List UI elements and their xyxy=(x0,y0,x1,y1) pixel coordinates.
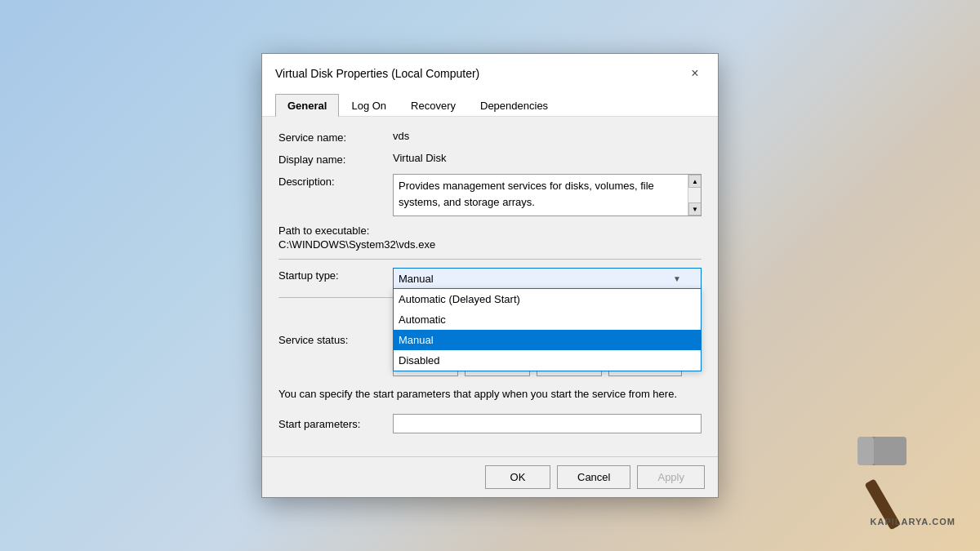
dialog-content: Service name: vds Display name: Virtual … xyxy=(262,117,718,456)
path-label: Path to executable: xyxy=(278,224,702,237)
path-value: C:\WINDOWS\System32\vds.exe xyxy=(278,238,702,251)
service-name-value: vds xyxy=(393,130,409,142)
dialog-footer: OK Cancel Apply xyxy=(262,456,718,497)
apply-button[interactable]: Apply xyxy=(637,465,705,489)
tab-general[interactable]: General xyxy=(275,94,339,117)
chevron-down-icon: ▼ xyxy=(673,274,681,283)
description-label: Description: xyxy=(278,174,393,188)
description-row: Description: Provides management service… xyxy=(278,174,702,216)
dropdown-selected[interactable]: Manual ▼ xyxy=(393,268,702,289)
display-name-label: Display name: xyxy=(278,152,393,166)
ok-button[interactable]: OK xyxy=(485,465,550,489)
svg-rect-2 xyxy=(858,437,874,465)
tabs-row: General Log On Recovery Dependencies xyxy=(275,93,705,116)
dropdown-item-automatic-delayed[interactable]: Automatic (Delayed Start) xyxy=(394,289,701,309)
start-params-row: Start parameters: xyxy=(278,414,702,433)
scroll-up-arrow[interactable]: ▲ xyxy=(688,175,702,188)
description-text: Provides management services for disks, … xyxy=(399,178,681,210)
tab-recovery[interactable]: Recovery xyxy=(399,94,468,117)
startup-type-label: Startup type: xyxy=(278,268,393,282)
close-button[interactable]: × xyxy=(685,64,705,83)
tab-dependencies[interactable]: Dependencies xyxy=(468,94,560,117)
start-params-input[interactable] xyxy=(393,414,702,433)
dropdown-item-disabled[interactable]: Disabled xyxy=(394,350,701,371)
start-params-label: Start parameters: xyxy=(278,416,393,430)
service-status-label: Service status: xyxy=(278,332,393,346)
dialog-title: Virtual Disk Properties (Local Computer) xyxy=(275,67,479,80)
service-name-label: Service name: xyxy=(278,130,393,144)
dialog-window: Virtual Disk Properties (Local Computer)… xyxy=(261,53,719,498)
scroll-down-arrow[interactable]: ▼ xyxy=(688,202,702,216)
display-name-row: Display name: Virtual Disk xyxy=(278,152,702,166)
dropdown-list: Automatic (Delayed Start) Automatic Manu… xyxy=(393,288,702,371)
description-scrollbar[interactable]: ▲ ▼ xyxy=(688,175,701,216)
divider-1 xyxy=(278,259,702,260)
display-name-value: Virtual Disk xyxy=(393,152,447,164)
startup-type-dropdown[interactable]: Manual ▼ Automatic (Delayed Start) Autom… xyxy=(393,268,702,289)
tab-logon[interactable]: Log On xyxy=(339,94,399,117)
dropdown-item-manual[interactable]: Manual xyxy=(394,330,701,350)
description-box: Provides management services for disks, … xyxy=(393,174,702,216)
startup-type-row: Startup type: Manual ▼ Automatic (Delaye… xyxy=(278,268,702,289)
dialog-titlebar: Virtual Disk Properties (Local Computer)… xyxy=(262,54,718,117)
dropdown-item-automatic[interactable]: Automatic xyxy=(394,309,701,330)
dropdown-selected-text: Manual xyxy=(399,273,434,285)
watermark: KAPILARYA.COM xyxy=(871,517,956,527)
svg-rect-3 xyxy=(874,437,906,465)
path-section: Path to executable: C:\WINDOWS\System32\… xyxy=(278,224,702,251)
cancel-button[interactable]: Cancel xyxy=(557,465,630,489)
service-name-row: Service name: vds xyxy=(278,130,702,144)
hint-text: You can specify the start parameters tha… xyxy=(278,386,702,402)
